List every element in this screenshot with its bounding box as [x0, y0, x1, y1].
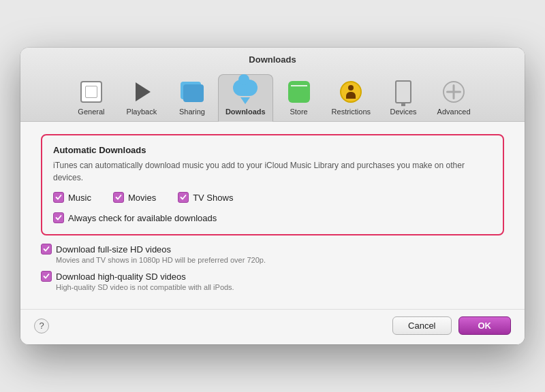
tab-advanced[interactable]: Advanced: [429, 75, 478, 121]
tab-store-label: Store: [290, 108, 307, 116]
tab-playback-label: Playback: [127, 108, 157, 116]
sd-videos-sub: High-quality SD video is not compatible …: [56, 283, 504, 291]
tab-downloads[interactable]: Downloads: [218, 74, 273, 122]
tvshows-checkbox-label[interactable]: TV Shows: [178, 192, 233, 203]
movies-checkbox[interactable]: [113, 192, 124, 203]
hd-videos-option: Download full-size HD videos Movies and …: [41, 244, 504, 264]
sd-videos-label: Download high-quality SD videos: [56, 272, 186, 282]
tab-devices-label: Devices: [390, 108, 417, 116]
general-icon: [78, 79, 104, 105]
tab-sharing-label: Sharing: [179, 108, 205, 116]
dialog: Downloads General Playback: [20, 48, 525, 344]
cancel-button[interactable]: Cancel: [392, 316, 451, 335]
restrictions-icon: [338, 79, 364, 105]
tab-general-label: General: [78, 108, 104, 116]
tab-advanced-label: Advanced: [437, 108, 471, 116]
help-button[interactable]: ?: [34, 318, 49, 333]
ok-button[interactable]: OK: [458, 316, 512, 335]
footer-buttons: Cancel OK: [392, 316, 511, 335]
content-area: Automatic Downloads iTunes can automatic…: [20, 122, 525, 309]
tab-general[interactable]: General: [67, 75, 116, 121]
dialog-title: Downloads: [20, 54, 525, 65]
sd-videos-option: Download high-quality SD videos High-qua…: [41, 271, 504, 291]
tab-restrictions-label: Restrictions: [332, 108, 371, 116]
tab-sharing[interactable]: Sharing: [168, 75, 217, 121]
auto-downloads-desc: iTunes can automatically download music …: [53, 159, 492, 184]
auto-downloads-title: Automatic Downloads: [53, 145, 492, 155]
hd-videos-label: Download full-size HD videos: [56, 244, 171, 255]
hd-videos-checkbox[interactable]: [41, 244, 52, 255]
downloads-icon: [232, 79, 258, 105]
always-check-checkbox[interactable]: [53, 212, 64, 223]
always-check-label[interactable]: Always check for available downloads: [53, 212, 492, 223]
always-check-text: Always check for available downloads: [68, 213, 217, 223]
tvshows-checkbox[interactable]: [178, 192, 189, 203]
auto-downloads-section: Automatic Downloads iTunes can automatic…: [41, 134, 504, 235]
movies-checkbox-label[interactable]: Movies: [113, 192, 156, 203]
footer: ? Cancel OK: [20, 309, 525, 344]
advanced-icon: [441, 79, 467, 105]
music-label: Music: [68, 193, 91, 203]
store-icon: [286, 79, 312, 105]
playback-icon: [129, 79, 155, 105]
music-checkbox-label[interactable]: Music: [53, 192, 91, 203]
devices-icon: [390, 79, 416, 105]
movies-label: Movies: [128, 193, 156, 203]
music-checkbox[interactable]: [53, 192, 64, 203]
title-bar: Downloads General Playback: [20, 48, 525, 122]
sd-videos-checkbox[interactable]: [41, 271, 52, 282]
tab-restrictions[interactable]: Restrictions: [325, 75, 377, 121]
toolbar: General Playback Sharing: [20, 70, 525, 121]
tab-store[interactable]: Store: [275, 75, 324, 121]
sharing-icon: [179, 79, 205, 105]
content-type-checkboxes: Music Movies TV Shows: [53, 192, 492, 203]
sd-videos-row: Download high-quality SD videos: [41, 271, 504, 282]
tab-playback[interactable]: Playback: [117, 75, 166, 121]
tab-devices[interactable]: Devices: [379, 75, 428, 121]
hd-videos-sub: Movies and TV shows in 1080p HD will be …: [56, 256, 504, 264]
tvshows-label: TV Shows: [193, 193, 233, 203]
hd-videos-row: Download full-size HD videos: [41, 244, 504, 255]
tab-downloads-label: Downloads: [225, 108, 266, 116]
